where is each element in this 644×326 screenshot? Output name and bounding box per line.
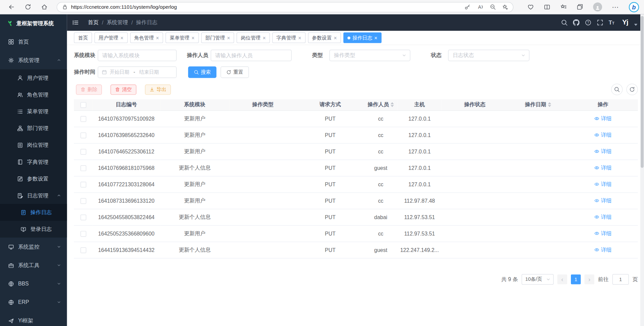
goto-page-input[interactable] [612,274,629,284]
tab-dept-mgmt[interactable]: 部门管理× [201,32,234,43]
tab-post-mgmt[interactable]: 岗位管理× [237,32,270,43]
detail-link[interactable]: 详细 [594,181,611,188]
tab-close-icon[interactable]: × [263,35,266,41]
module-input[interactable] [98,50,176,61]
status-select[interactable]: 日志状态 [448,50,529,61]
operator-input[interactable] [211,50,291,61]
collapse-sidebar-icon[interactable] [72,19,79,26]
detail-link[interactable]: 详细 [594,246,611,254]
sidebar-item-log-mgmt[interactable]: 日志管理 [0,187,67,204]
browser-back-button[interactable] [6,1,17,13]
browser-home-button[interactable] [39,1,50,13]
row-checkbox[interactable] [80,149,86,154]
tab-operation-log[interactable]: 操作日志× [343,32,381,43]
bing-icon[interactable]: b [629,2,639,12]
tab-close-icon[interactable]: × [227,35,230,41]
read-aloud-icon[interactable] [477,4,484,10]
prev-page-button[interactable]: ‹ [557,274,567,284]
page-scrollbar[interactable] [640,14,644,326]
breadcrumb-home[interactable]: 首页 [88,19,99,26]
font-size-icon[interactable]: TT [609,19,614,26]
sidebar-item-dept-mgmt[interactable]: 部门管理 [0,120,67,137]
col-date[interactable]: 操作日期 [508,99,568,110]
sidebar-item-user-mgmt[interactable]: 用户管理 [0,69,67,86]
address-bar[interactable]: https://ccnetcore.com:1101/system/log/op… [57,2,514,12]
user-dropdown-caret-icon[interactable] [634,23,638,25]
sidebar-item-home[interactable]: 首页 [0,32,67,51]
detail-link[interactable]: 详细 [594,148,611,155]
tab-close-icon[interactable]: × [156,35,159,41]
tab-home[interactable]: 首页 [74,32,92,43]
export-button[interactable]: 导出 [145,84,171,95]
tab-param-settings[interactable]: 参数设置× [308,32,341,43]
row-checkbox[interactable] [80,214,86,220]
detail-link[interactable]: 详细 [594,131,611,139]
url-text[interactable]: https://ccnetcore.com:1101/system/log/op… [71,4,458,10]
search-button[interactable]: 搜索 [188,66,216,78]
github-icon[interactable] [573,19,580,26]
sidebar-item-role-mgmt[interactable]: 角色管理 [0,86,67,103]
tab-close-icon[interactable]: × [374,35,377,41]
row-checkbox[interactable] [80,182,86,187]
sidebar-item-yi-frame[interactable]: Yi框架 [0,311,67,326]
sidebar-item-erp[interactable]: ERP [0,293,67,311]
select-all-checkbox[interactable] [80,102,86,108]
sort-icons[interactable] [390,102,394,107]
tab-close-icon[interactable]: × [192,35,195,41]
profile-avatar[interactable] [593,2,602,11]
detail-link[interactable]: 详细 [594,164,611,172]
sidebar-item-bbs[interactable]: BBS [0,274,67,293]
type-select[interactable]: 操作类型 [329,50,410,61]
page-size-select[interactable]: 10条/页 [522,274,554,284]
sidebar-item-system-monitor[interactable]: 系统监控 [0,238,67,256]
help-icon[interactable] [585,19,592,26]
refresh-table-button[interactable] [626,84,638,95]
header-search-icon[interactable] [561,19,568,26]
split-screen-icon[interactable] [544,4,550,10]
delete-button[interactable]: 删除 [76,84,102,95]
sidebar-item-menu-mgmt[interactable]: 菜单管理 [0,103,67,120]
sidebar-item-param-settings[interactable]: 参数设置 [0,170,67,187]
date-range-picker[interactable]: 开始日期 - 结束日期 [98,66,176,78]
sort-icons[interactable] [548,102,551,107]
detail-link[interactable]: 详细 [594,197,611,204]
row-checkbox[interactable] [80,231,86,237]
row-checkbox[interactable] [80,198,86,204]
detail-link[interactable]: 详细 [594,115,611,122]
show-search-button[interactable] [611,84,623,95]
scrollbar-thumb[interactable] [641,16,644,168]
reset-button[interactable]: 重置 [221,66,249,78]
row-checkbox[interactable] [80,165,86,171]
next-page-button[interactable]: › [584,274,594,284]
browser-more-icon[interactable]: ⋯ [612,3,619,11]
sidebar-item-system-tools[interactable]: 系统工具 [0,256,67,274]
add-favorite-icon[interactable] [502,4,508,10]
sidebar-item-operation-log[interactable]: 操作日志 [0,204,67,221]
tab-menu-mgmt[interactable]: 菜单管理× [166,32,199,43]
browser-refresh-button[interactable] [22,1,34,13]
row-checkbox[interactable] [80,132,86,138]
clear-button[interactable]: 清空 [110,84,136,95]
collections-icon[interactable] [577,4,583,10]
tab-user-mgmt[interactable]: 用户管理× [95,32,128,43]
browser-essentials-icon[interactable] [527,4,534,10]
detail-link[interactable]: 详细 [594,213,611,221]
tab-dict-mgmt[interactable]: 字典管理× [272,32,306,43]
sidebar-item-post-mgmt[interactable]: 岗位管理 [0,137,67,153]
row-checkbox[interactable] [80,247,86,253]
tab-close-icon[interactable]: × [120,35,123,41]
fullscreen-icon[interactable] [597,19,603,26]
tab-role-mgmt[interactable]: 角色管理× [130,32,163,43]
tab-close-icon[interactable]: × [298,35,301,41]
zoom-out-icon[interactable] [490,4,496,10]
sidebar-item-system-mgmt[interactable]: 系统管理 [0,51,67,69]
col-operator[interactable]: 操作人员 [364,99,397,110]
favorites-bar-icon[interactable] [560,4,567,10]
current-page-button[interactable]: 1 [571,274,581,284]
row-checkbox[interactable] [80,116,86,122]
user-logo[interactable]: Yj [622,18,628,26]
sidebar-item-login-log[interactable]: 登录日志 [0,221,67,238]
password-key-icon[interactable] [465,4,470,10]
tab-close-icon[interactable]: × [334,35,337,41]
sidebar-item-dict-mgmt[interactable]: 字典管理 [0,153,67,170]
